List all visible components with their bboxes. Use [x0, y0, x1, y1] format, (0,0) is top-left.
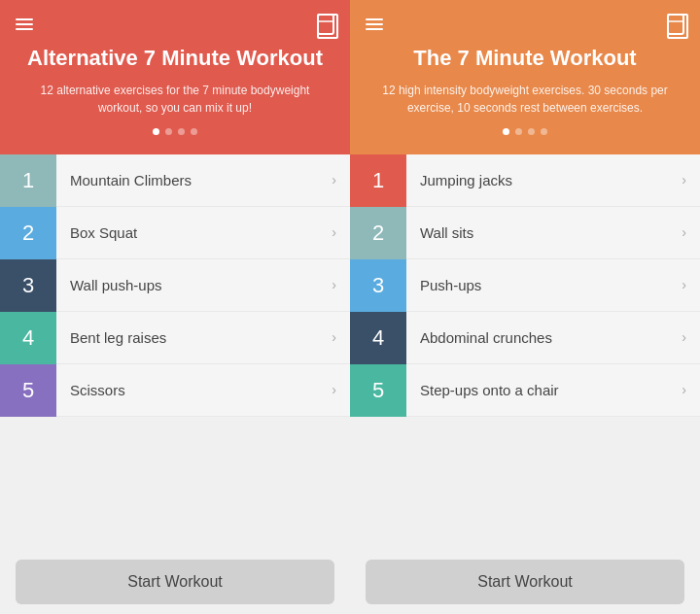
right-dot-2	[515, 128, 522, 135]
right-exercise-2-number: 2	[350, 207, 406, 259]
right-exercise-5-number: 5	[350, 364, 406, 417]
dot-3	[178, 128, 185, 135]
right-exercise-2-chevron: ›	[682, 207, 700, 259]
left-exercise-5-chevron: ›	[332, 364, 350, 417]
left-dots	[153, 128, 197, 135]
left-exercise-2-chevron: ›	[332, 207, 350, 259]
left-exercise-4-name: Bent leg raises	[56, 312, 332, 364]
left-exercise-2[interactable]: 2 Box Squat ›	[0, 207, 350, 259]
left-start-container: Start Workout	[0, 550, 350, 614]
left-start-button[interactable]: Start Workout	[16, 560, 334, 604]
right-exercise-5[interactable]: 5 Step-ups onto a chair ›	[350, 364, 700, 417]
right-exercise-list: 1 Jumping jacks › 2 Wall sits › 3 Push-u…	[350, 154, 700, 551]
right-hamburger-icon[interactable]	[366, 18, 383, 30]
left-exercise-5-name: Scissors	[56, 364, 332, 417]
dot-4	[191, 128, 197, 135]
right-exercise-1-number: 1	[350, 154, 406, 207]
left-exercise-list: 1 Mountain Climbers › 2 Box Squat › 3 Wa…	[0, 154, 350, 551]
right-exercise-1[interactable]: 1 Jumping jacks ›	[350, 154, 700, 207]
left-hamburger-icon[interactable]	[16, 18, 33, 30]
svg-rect-2	[668, 15, 683, 34]
right-exercise-3-number: 3	[350, 259, 406, 312]
left-exercise-4[interactable]: 4 Bent leg raises ›	[0, 312, 350, 364]
right-exercise-4-name: Abdominal crunches	[406, 312, 682, 364]
right-header: The 7 Minute Workout 12 high intensity b…	[350, 0, 700, 154]
left-exercise-1-number: 1	[0, 154, 56, 207]
right-dot-4	[541, 128, 547, 135]
right-panel: The 7 Minute Workout 12 high intensity b…	[350, 0, 700, 614]
left-header: Alternative 7 Minute Workout 12 alternat…	[0, 0, 350, 154]
left-exercise-4-number: 4	[0, 312, 56, 364]
right-dots	[503, 128, 547, 135]
svg-rect-0	[318, 15, 333, 34]
right-start-button[interactable]: Start Workout	[366, 560, 684, 604]
left-exercise-5[interactable]: 5 Scissors ›	[0, 364, 350, 417]
left-exercise-5-number: 5	[0, 364, 56, 417]
left-exercise-3-number: 3	[0, 259, 56, 312]
left-exercise-4-chevron: ›	[332, 312, 350, 364]
right-dot-3	[528, 128, 535, 135]
left-exercise-2-name: Box Squat	[56, 207, 332, 259]
left-exercise-3-chevron: ›	[332, 259, 350, 312]
left-header-top	[16, 14, 334, 35]
right-bookmark-icon[interactable]	[667, 14, 684, 35]
dot-2	[165, 128, 172, 135]
left-panel: Alternative 7 Minute Workout 12 alternat…	[0, 0, 350, 614]
left-exercise-3-name: Wall push-ups	[56, 259, 332, 312]
left-exercise-1[interactable]: 1 Mountain Climbers ›	[0, 154, 350, 207]
right-title: The 7 Minute Workout	[413, 45, 636, 72]
right-exercise-4-number: 4	[350, 312, 406, 364]
right-exercise-2-name: Wall sits	[406, 207, 682, 259]
left-bookmark-icon[interactable]	[317, 14, 334, 35]
right-exercise-3[interactable]: 3 Push-ups ›	[350, 259, 700, 312]
left-subtitle: 12 alternative exercises for the 7 minut…	[16, 82, 334, 117]
right-exercise-1-name: Jumping jacks	[406, 154, 682, 207]
right-exercise-5-chevron: ›	[682, 364, 700, 417]
right-exercise-2[interactable]: 2 Wall sits ›	[350, 207, 700, 259]
left-exercise-1-name: Mountain Climbers	[56, 154, 332, 207]
dot-1	[153, 128, 159, 135]
right-exercise-1-chevron: ›	[682, 154, 700, 207]
right-header-top	[366, 14, 684, 35]
right-exercise-3-name: Push-ups	[406, 259, 682, 312]
right-start-container: Start Workout	[350, 550, 700, 614]
right-exercise-4-chevron: ›	[682, 312, 700, 364]
right-dot-1	[503, 128, 509, 135]
left-title: Alternative 7 Minute Workout	[27, 45, 323, 72]
left-exercise-2-number: 2	[0, 207, 56, 259]
right-exercise-3-chevron: ›	[682, 259, 700, 312]
right-exercise-5-name: Step-ups onto a chair	[406, 364, 682, 417]
right-subtitle: 12 high intensity bodyweight exercises. …	[366, 82, 684, 117]
left-exercise-3[interactable]: 3 Wall push-ups ›	[0, 259, 350, 312]
left-exercise-1-chevron: ›	[332, 154, 350, 207]
right-exercise-4[interactable]: 4 Abdominal crunches ›	[350, 312, 700, 364]
